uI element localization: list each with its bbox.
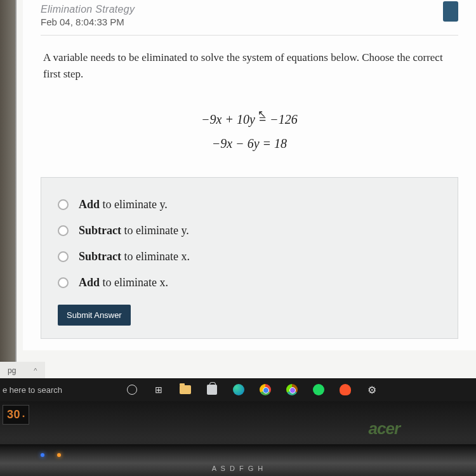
- cortana-icon[interactable]: [126, 383, 138, 396]
- edge-icon[interactable]: [232, 383, 245, 396]
- file-explorer-icon[interactable]: [179, 383, 192, 396]
- laptop-brand-logo: acer: [369, 419, 400, 439]
- microsoft-store-icon[interactable]: [206, 383, 218, 396]
- file-ext-fragment: pg: [8, 366, 16, 375]
- question-prompt: A variable needs to be eliminated to sol…: [41, 36, 458, 88]
- header-text-block: Elimination Strategy Feb 04, 8:04:33 PM: [41, 4, 135, 27]
- chrome-canary-icon[interactable]: [286, 383, 298, 396]
- power-led-icon: [41, 453, 44, 457]
- question-panel: Elimination Strategy Feb 04, 8:04:33 PM …: [23, 0, 476, 350]
- option-label: Add to eliminate y.: [79, 198, 168, 211]
- option-label: Subtract to eliminate x.: [79, 250, 190, 263]
- equation-2: −9x − 6y = 18: [212, 136, 287, 150]
- module-title: Elimination Strategy: [41, 4, 135, 15]
- submit-answer-button[interactable]: Submit Answer: [58, 305, 131, 326]
- status-leds: [41, 453, 61, 457]
- photo-edge: [0, 0, 15, 380]
- radio-icon: [58, 251, 69, 262]
- panel-header: Elimination Strategy Feb 04, 8:04:33 PM: [41, 0, 458, 36]
- radio-icon: [58, 199, 69, 210]
- equation-block: ↖ −9x + 10y = −126 −9x − 6y = 18: [41, 88, 458, 177]
- task-view-icon[interactable]: ⊞: [152, 383, 165, 396]
- option-label: Subtract to eliminate y.: [79, 224, 189, 237]
- option-label: Add to eliminate x.: [79, 276, 168, 289]
- option-add-eliminate-x[interactable]: Add to eliminate x.: [58, 270, 441, 296]
- download-tray: pg ^: [0, 362, 45, 380]
- option-subtract-eliminate-y[interactable]: Subtract to eliminate y.: [58, 218, 441, 244]
- monitor-viewport: Elimination Strategy Feb 04, 8:04:33 PM …: [15, 0, 476, 380]
- answer-choice-box: Add to eliminate y. Subtract to eliminat…: [41, 177, 458, 339]
- radio-icon: [58, 277, 69, 288]
- laptop-model-badge: 30 ▪: [3, 405, 29, 425]
- equation-1: −9x + 10y = −126: [201, 112, 298, 126]
- chrome-icon[interactable]: [259, 383, 272, 396]
- windows-taskbar: e here to search ⊞ ⚙: [0, 378, 476, 401]
- radio-icon: [58, 225, 69, 236]
- brave-icon[interactable]: [339, 383, 352, 396]
- taskbar-icons: ⊞ ⚙: [126, 383, 378, 396]
- chevron-up-icon[interactable]: ^: [34, 367, 37, 374]
- help-icon[interactable]: [443, 1, 458, 22]
- settings-icon[interactable]: ⚙: [366, 383, 378, 396]
- option-add-eliminate-y[interactable]: Add to eliminate y.: [58, 192, 441, 218]
- option-subtract-eliminate-x[interactable]: Subtract to eliminate x.: [58, 244, 441, 270]
- timestamp: Feb 04, 8:04:33 PM: [41, 17, 135, 27]
- mouse-cursor-icon: ↖: [258, 105, 266, 124]
- battery-led-icon: [57, 453, 61, 457]
- spotify-icon[interactable]: [312, 383, 325, 396]
- search-input[interactable]: e here to search: [3, 385, 126, 395]
- keyboard-keys: A S D F G H: [0, 465, 476, 472]
